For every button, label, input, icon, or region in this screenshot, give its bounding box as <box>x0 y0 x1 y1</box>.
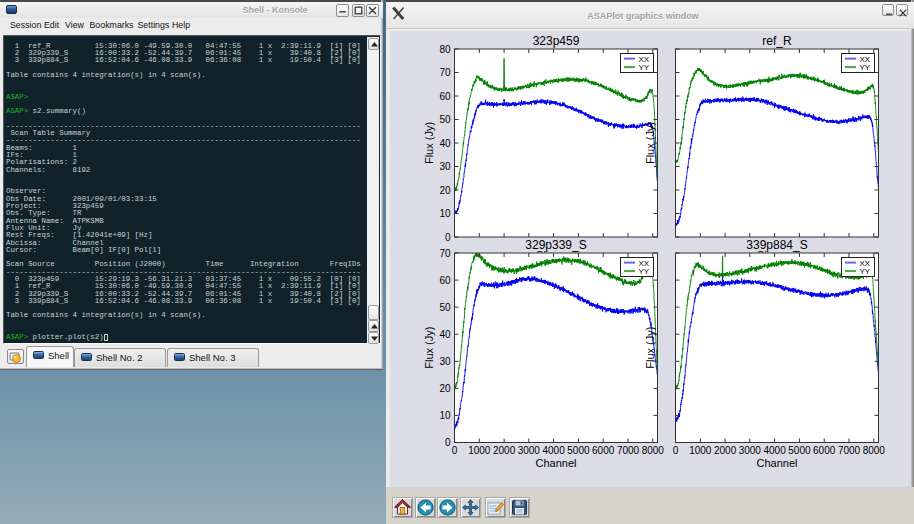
svg-text:339p884_S: 339p884_S <box>746 238 807 252</box>
svg-text:YY: YY <box>639 267 650 276</box>
svg-text:2000: 2000 <box>714 445 737 456</box>
svg-text:2000: 2000 <box>493 445 516 456</box>
svg-text:4000: 4000 <box>763 445 786 456</box>
svg-text:0: 0 <box>445 437 451 448</box>
svg-text:8000: 8000 <box>863 445 886 456</box>
svg-text:YY: YY <box>860 267 871 276</box>
svg-text:10: 10 <box>439 410 451 421</box>
svg-text:20: 20 <box>439 185 451 196</box>
svg-text:70: 70 <box>439 248 451 259</box>
svg-text:0: 0 <box>452 445 458 456</box>
svg-text:3000: 3000 <box>739 445 762 456</box>
svg-text:Channel: Channel <box>757 457 798 469</box>
svg-text:Flux (Jy): Flux (Jy) <box>644 327 656 369</box>
svg-text:70: 70 <box>439 67 451 78</box>
svg-text:60: 60 <box>439 91 451 102</box>
svg-text:7000: 7000 <box>617 445 640 456</box>
svg-text:7000: 7000 <box>838 445 861 456</box>
svg-text:5000: 5000 <box>788 445 811 456</box>
svg-text:YY: YY <box>860 63 871 72</box>
svg-text:20: 20 <box>439 383 451 394</box>
svg-text:329p339_S: 329p339_S <box>525 238 586 252</box>
svg-text:50: 50 <box>439 302 451 313</box>
svg-text:4000: 4000 <box>542 445 565 456</box>
svg-text:40: 40 <box>439 138 451 149</box>
svg-text:YY: YY <box>639 63 650 72</box>
svg-text:60: 60 <box>439 275 451 286</box>
svg-text:80: 80 <box>439 44 451 55</box>
svg-text:323p459: 323p459 <box>533 34 580 48</box>
svg-text:1000: 1000 <box>689 445 712 456</box>
svg-text:30: 30 <box>439 356 451 367</box>
svg-text:8000: 8000 <box>642 445 665 456</box>
svg-text:50: 50 <box>439 114 451 125</box>
svg-text:0: 0 <box>445 232 451 243</box>
svg-text:ref_R: ref_R <box>762 34 792 48</box>
svg-text:5000: 5000 <box>567 445 590 456</box>
svg-text:6000: 6000 <box>592 445 615 456</box>
svg-text:40: 40 <box>439 329 451 340</box>
svg-text:Flux (Jy): Flux (Jy) <box>423 327 435 369</box>
svg-text:Channel: Channel <box>536 457 577 469</box>
svg-text:0: 0 <box>673 445 679 456</box>
svg-text:3000: 3000 <box>518 445 541 456</box>
svg-text:30: 30 <box>439 161 451 172</box>
svg-text:Flux (Jy): Flux (Jy) <box>423 122 435 164</box>
svg-text:Flux (Jy): Flux (Jy) <box>644 122 656 164</box>
svg-text:1000: 1000 <box>468 445 491 456</box>
svg-text:10: 10 <box>439 208 451 219</box>
svg-text:6000: 6000 <box>813 445 836 456</box>
